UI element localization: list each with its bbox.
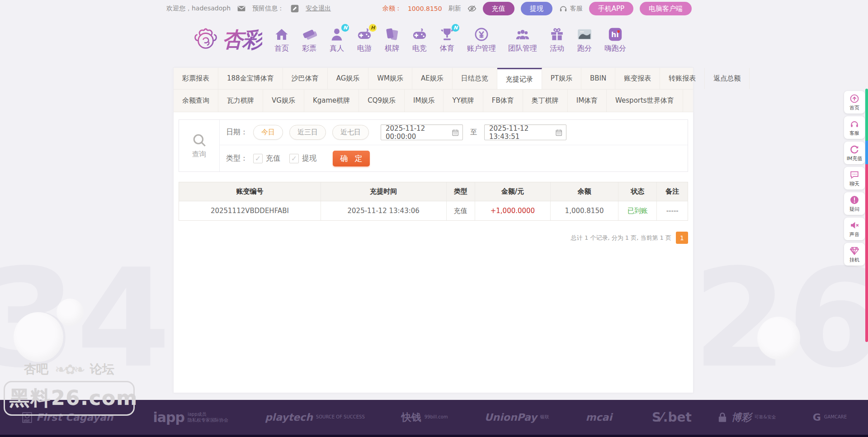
main-nav: 首页 彩票 N 真人 H 电游 — [274, 27, 626, 53]
partner-logo: playtech SOURCE OF SUCCESS — [250, 412, 365, 423]
partner-logo-text: playtech — [265, 412, 313, 423]
nav-item[interactable]: 活动 — [549, 27, 565, 53]
calendar-icon[interactable] — [452, 128, 459, 137]
date-to-input[interactable]: 2025-11-12 13:43:51 — [484, 124, 566, 140]
sidebar-item[interactable]: 聊天 — [844, 167, 865, 190]
report-tab[interactable]: IM体育 — [568, 90, 607, 112]
column-header: 充提时间 — [321, 182, 446, 201]
nav-item-icon — [577, 27, 592, 42]
deposit-button[interactable]: 充值 — [483, 2, 514, 15]
type-checkbox-option[interactable]: 充值 — [253, 154, 280, 163]
partner-logo-text: S⁄.bet — [652, 410, 692, 425]
date-from-input[interactable]: 2025-11-12 00:00:00 — [381, 124, 463, 140]
pc-client-button[interactable]: 电脑客户端 — [640, 2, 692, 15]
report-tab[interactable]: 瓦力棋牌 — [218, 90, 263, 112]
hide-balance-eye-icon[interactable] — [467, 4, 476, 13]
report-tab[interactable]: CQ9娱乐 — [359, 90, 405, 112]
page-1-button[interactable]: 1 — [676, 232, 688, 244]
sidebar-item[interactable]: 声音 — [844, 218, 865, 240]
nav-item-label: 跑分 — [577, 44, 592, 53]
report-tab[interactable]: 188金宝博体育 — [218, 68, 283, 89]
cell-amount: +1,000.0000 — [475, 201, 551, 220]
report-tab[interactable]: 返点总额 — [705, 68, 750, 89]
quick-range-pill[interactable]: 近七日 — [332, 125, 369, 140]
edit-pencil-icon[interactable] — [290, 4, 299, 13]
report-tab[interactable]: Kgame棋牌 — [304, 90, 359, 112]
sidebar-item[interactable]: 挂机 — [844, 243, 865, 266]
report-tab[interactable]: IM娱乐 — [405, 90, 443, 112]
sidebar-item[interactable]: 首页 — [844, 91, 865, 114]
nav-item[interactable]: 彩票 — [302, 27, 317, 53]
report-tab[interactable]: YY棋牌 — [443, 90, 483, 112]
message-envelope-icon[interactable] — [237, 4, 246, 13]
sidebar-item-label: IM充值 — [847, 155, 863, 162]
quick-range-pill[interactable]: 今日 — [253, 125, 283, 140]
report-tab[interactable]: VG娱乐 — [263, 90, 304, 112]
partner-logo: mcai — [571, 412, 615, 423]
sidebar-item[interactable]: 疑问 — [844, 192, 865, 215]
report-tab[interactable]: 余额查询 — [174, 90, 218, 112]
report-tab[interactable]: AG娱乐 — [328, 68, 369, 89]
report-tab[interactable]: 转账报表 — [660, 68, 705, 89]
column-header: 状态 — [618, 182, 657, 201]
report-tab[interactable]: WM娱乐 — [368, 68, 412, 89]
report-tab[interactable]: FB体育 — [483, 90, 523, 112]
checkbox-icon[interactable] — [253, 154, 263, 163]
nav-item[interactable]: N 体育 — [439, 27, 455, 53]
report-tab[interactable]: 奥丁棋牌 — [523, 90, 568, 112]
nav-item-label: 团队管理 — [508, 44, 537, 53]
nav-item[interactable]: 电竞 — [412, 27, 427, 53]
withdraw-button[interactable]: 提现 — [521, 2, 552, 15]
nav-item[interactable]: hi 嗨跑分 — [604, 27, 626, 53]
nav-item[interactable]: 团队管理 — [508, 27, 537, 53]
sidebar-item-label: 客服 — [849, 130, 859, 137]
records-table: 账变编号 充提时间 类型 金额/元 余额 状态 备注 20251112VBDDE… — [179, 182, 688, 221]
report-tab[interactable]: 账变报表 — [615, 68, 660, 89]
nav-item[interactable]: 首页 — [274, 27, 289, 53]
refresh-balance-button[interactable]: 刷新 — [448, 5, 461, 13]
watermark-left-text: 杏吧 — [24, 361, 48, 377]
checkbox-icon[interactable] — [289, 154, 299, 163]
nav-item[interactable]: 跑分 — [577, 27, 592, 53]
partner-logo: 博彩 可靠&安全 — [717, 411, 776, 424]
report-tab[interactable]: PT娱乐 — [542, 68, 581, 89]
calendar-icon[interactable] — [555, 128, 562, 137]
checkbox-label: 提现 — [302, 154, 316, 163]
sidebar-item-label: 聊天 — [849, 180, 859, 187]
sidebar-item[interactable]: 客服 — [844, 116, 865, 139]
site-logo[interactable]: 杏彩 — [192, 26, 262, 54]
partner-logo-icon — [250, 412, 262, 423]
report-tab[interactable]: Wesports世界体育 — [607, 90, 683, 112]
report-tab[interactable]: 沙巴体育 — [283, 68, 328, 89]
partner-logo-icon — [798, 412, 810, 423]
nav-item-icon: H — [357, 27, 372, 42]
report-tab[interactable]: BBIN — [581, 68, 615, 89]
scrollbar[interactable] — [865, 89, 868, 342]
nav-item-icon — [384, 27, 400, 42]
sidebar-item-icon — [849, 144, 859, 154]
scrollbar-segment-blue — [865, 141, 868, 164]
report-tab[interactable]: 充提记录 — [497, 68, 542, 89]
partner-logo-icon — [470, 412, 481, 423]
pagination: 总计 1 个记录, 分为 1 页, 当前第 1 页 1 — [174, 232, 688, 244]
logout-link[interactable]: 安全退出 — [306, 5, 331, 13]
report-tab[interactable]: 彩票报表 — [174, 68, 218, 89]
date-separator: 至 — [470, 128, 477, 137]
nav-item[interactable]: 账户管理 — [467, 27, 496, 53]
type-checkbox-option[interactable]: 提现 — [289, 154, 316, 163]
partner-logo-text: iapp — [153, 409, 184, 425]
nav-item[interactable]: 棋牌 — [384, 27, 400, 53]
nav-item[interactable]: H 电游 — [357, 27, 372, 53]
report-tab[interactable]: AE娱乐 — [412, 68, 453, 89]
partner-logo-subtext: 银联 — [540, 414, 549, 420]
mobile-app-button[interactable]: 手机APP — [589, 2, 633, 15]
report-tab[interactable]: 日结总览 — [453, 68, 497, 89]
sidebar-item-icon — [849, 170, 859, 180]
quick-range-pill[interactable]: 近三日 — [289, 125, 326, 140]
sidebar-item[interactable]: IM充值 — [844, 142, 865, 164]
partner-logo-subtext: 99bill.com — [425, 414, 448, 420]
customer-service-link[interactable]: 客服 — [559, 4, 583, 13]
search-icon — [192, 133, 207, 148]
nav-item[interactable]: N 真人 — [329, 27, 344, 53]
confirm-button[interactable]: 确 定 — [333, 151, 370, 166]
